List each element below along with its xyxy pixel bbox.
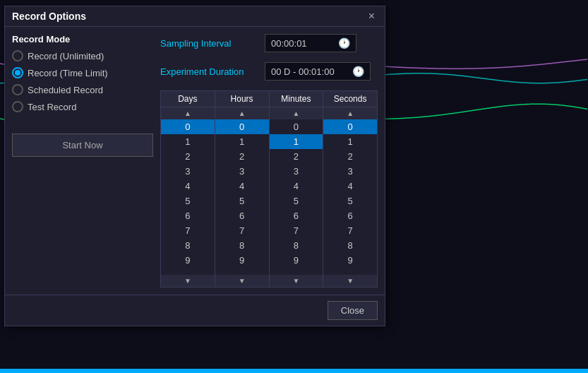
list-item[interactable]: 3 (323, 164, 377, 179)
list-item[interactable]: 6 (215, 208, 269, 223)
picker-scroll-down-seconds[interactable]: ▼ (323, 275, 377, 287)
list-item[interactable]: 0 (161, 119, 215, 134)
radio-label-time-limit: Record (Time Limit) (28, 68, 108, 78)
list-item[interactable]: 2 (323, 149, 377, 164)
left-panel: Record Mode Record (Unlimited) Record (T… (12, 34, 153, 288)
sampling-interval-clock-icon[interactable]: 🕐 (338, 37, 350, 49)
picker-scroll-up-minutes[interactable]: ▲ (270, 107, 323, 119)
picker-columns: ▲0123456789▼▲0123456789▼▲0123456789▼▲012… (161, 107, 377, 287)
dialog-title-bar: Record Options × (5, 6, 385, 27)
list-item[interactable]: 2 (215, 149, 269, 164)
picker-col-minutes: ▲0123456789▼ (270, 107, 324, 287)
list-item[interactable]: 8 (323, 238, 377, 253)
radio-group: Record (Unlimited) Record (Time Limit) S… (12, 50, 153, 112)
list-item[interactable]: 9 (161, 253, 215, 268)
list-item[interactable]: 7 (270, 223, 323, 238)
bottom-bar (0, 369, 588, 373)
picker-col-hours: ▲0123456789▼ (215, 107, 270, 287)
list-item[interactable]: 0 (323, 119, 377, 134)
picker-scroll-down-hours[interactable]: ▼ (215, 275, 269, 287)
list-item[interactable]: 3 (270, 164, 323, 179)
list-item[interactable]: 6 (323, 208, 377, 223)
experiment-duration-label: Experiment Duration (160, 66, 259, 77)
sampling-interval-input[interactable]: 00:00:01 🕐 (265, 34, 356, 52)
dialog-body: Record Mode Record (Unlimited) Record (T… (5, 27, 385, 295)
right-panel: Sampling Interval 00:00:01 🕐 Experiment … (160, 34, 378, 288)
picker-items-seconds: 0123456789 (323, 119, 377, 275)
picker-col-days: ▲0123456789▼ (161, 107, 215, 287)
sampling-interval-label: Sampling Interval (160, 38, 259, 49)
list-item[interactable]: 7 (161, 223, 215, 238)
dialog-close-button[interactable]: × (366, 11, 378, 22)
experiment-duration-clock-icon[interactable]: 🕐 (352, 66, 364, 77)
list-item[interactable]: 5 (270, 194, 323, 208)
list-item[interactable]: 4 (161, 179, 215, 194)
list-item[interactable]: 1 (161, 134, 215, 149)
picker-header-seconds: Seconds (323, 91, 377, 107)
picker-scroll-minutes: 0123456789 (270, 119, 323, 275)
list-item[interactable]: 7 (215, 223, 269, 238)
list-item[interactable]: 1 (270, 134, 323, 149)
list-item[interactable]: 3 (161, 164, 215, 179)
picker-items-hours: 0123456789 (215, 119, 269, 275)
radio-scheduled[interactable]: Scheduled Record (12, 84, 153, 95)
picker-col-seconds: ▲0123456789▼ (323, 107, 377, 287)
time-picker: Days Hours Minutes Seconds ▲0123456789▼▲… (160, 90, 378, 288)
radio-label-test: Test Record (28, 102, 76, 112)
list-item[interactable]: 4 (323, 179, 377, 194)
list-item[interactable]: 3 (215, 164, 269, 179)
list-item[interactable]: 5 (323, 194, 377, 208)
picker-scroll-down-days[interactable]: ▼ (161, 275, 215, 287)
picker-scroll-hours: 0123456789 (215, 119, 269, 275)
picker-scroll-up-days[interactable]: ▲ (161, 107, 215, 119)
list-item[interactable]: 6 (161, 208, 215, 223)
radio-test[interactable]: Test Record (12, 101, 153, 112)
list-item[interactable]: 4 (215, 179, 269, 194)
radio-unlimited[interactable]: Record (Unlimited) (12, 50, 153, 61)
list-item[interactable]: 5 (161, 194, 215, 208)
picker-header-days: Days (161, 91, 215, 107)
radio-circle-test (12, 101, 23, 112)
list-item[interactable]: 2 (161, 149, 215, 164)
list-item[interactable]: 8 (215, 238, 269, 253)
picker-scroll-down-minutes[interactable]: ▼ (270, 275, 323, 287)
record-options-dialog: Record Options × Record Mode Record (Unl… (4, 6, 385, 326)
radio-circle-time-limit (12, 67, 23, 78)
picker-scroll-seconds: 0123456789 (323, 119, 377, 275)
close-button[interactable]: Close (328, 301, 378, 320)
list-item[interactable]: 5 (215, 194, 269, 208)
list-item[interactable]: 7 (323, 223, 377, 238)
picker-header-minutes: Minutes (270, 91, 324, 107)
radio-time-limit[interactable]: Record (Time Limit) (12, 67, 153, 78)
radio-circle-scheduled (12, 84, 23, 95)
radio-label-unlimited: Record (Unlimited) (28, 51, 104, 61)
list-item[interactable]: 9 (215, 253, 269, 268)
picker-items-days: 0123456789 (161, 119, 215, 275)
experiment-duration-input[interactable]: 00 D - 00:01:00 🕐 (265, 62, 371, 81)
picker-scroll-days: 0123456789 (161, 119, 215, 275)
list-item[interactable]: 2 (270, 149, 323, 164)
sampling-interval-row: Sampling Interval 00:00:01 🕐 (160, 34, 378, 52)
picker-scroll-up-hours[interactable]: ▲ (215, 107, 269, 119)
radio-circle-unlimited (12, 50, 23, 61)
list-item[interactable]: 6 (270, 208, 323, 223)
list-item[interactable]: 8 (161, 238, 215, 253)
record-mode-label: Record Mode (12, 34, 153, 45)
picker-header-hours: Hours (215, 91, 270, 107)
picker-scroll-up-seconds[interactable]: ▲ (323, 107, 377, 119)
list-item[interactable]: 1 (323, 134, 377, 149)
list-item[interactable]: 9 (323, 253, 377, 268)
list-item[interactable]: 1 (215, 134, 269, 149)
picker-items-minutes: 0123456789 (270, 119, 323, 275)
radio-label-scheduled: Scheduled Record (28, 85, 103, 95)
dialog-footer: Close (5, 295, 385, 326)
list-item[interactable]: 4 (270, 179, 323, 194)
dialog-title: Record Options (12, 11, 86, 22)
experiment-duration-row: Experiment Duration 00 D - 00:01:00 🕐 (160, 62, 378, 81)
start-now-button[interactable]: Start Now (12, 134, 153, 157)
list-item[interactable]: 0 (215, 119, 269, 134)
picker-headers: Days Hours Minutes Seconds (161, 91, 377, 107)
list-item[interactable]: 8 (270, 238, 323, 253)
list-item[interactable]: 9 (270, 253, 323, 268)
list-item[interactable]: 0 (270, 119, 323, 134)
